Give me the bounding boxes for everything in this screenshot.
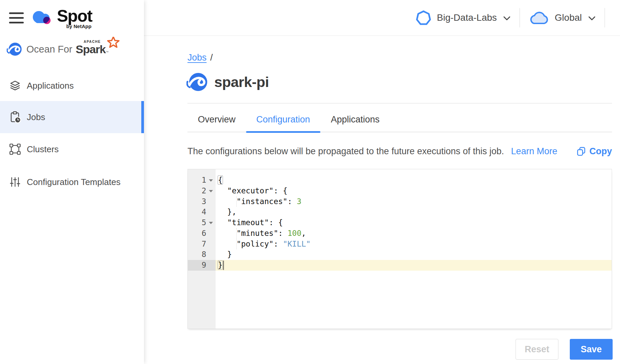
save-button[interactable]: Save <box>570 339 613 360</box>
indent-guide <box>236 196 237 207</box>
fold-arrow-icon[interactable] <box>209 190 213 192</box>
clipboard-clock-icon <box>9 111 21 123</box>
sliders-icon <box>9 177 21 187</box>
tab-overview[interactable]: Overview <box>187 107 246 132</box>
spot-cloud-icon <box>31 8 54 28</box>
spark-star-icon <box>107 37 120 49</box>
reset-button[interactable]: Reset <box>516 339 558 360</box>
breadcrumb-separator: / <box>210 53 213 63</box>
json-editor[interactable]: 123456789 { "executor": { "instances": 3… <box>187 169 612 329</box>
sidebar-item-label: Clusters <box>27 144 59 155</box>
code-line-5[interactable]: "timeout": { <box>216 217 612 228</box>
chevron-down-icon <box>503 16 511 21</box>
gutter-line-3[interactable]: 3 <box>188 196 216 207</box>
page-title: spark-pi <box>214 74 269 90</box>
spark-wordmark: Spark <box>76 43 106 56</box>
text-cursor <box>223 261 224 270</box>
copy-button[interactable]: Copy <box>576 146 612 157</box>
gutter-line-9[interactable]: 9 <box>188 260 216 271</box>
breadcrumb-jobs-link[interactable]: Jobs <box>187 53 207 63</box>
page-title-row: spark-pi <box>186 71 269 93</box>
job-wave-icon <box>186 71 208 93</box>
apache-spark-logo: APACHE Spark™ <box>76 43 118 55</box>
sidebar-item-applications[interactable]: Applications <box>0 72 144 99</box>
brand-byline: by NetApp <box>66 23 92 29</box>
sidebar-item-clusters[interactable]: Clusters <box>0 136 144 163</box>
header-divider <box>520 8 520 27</box>
gutter-line-7[interactable]: 7 <box>188 239 216 250</box>
learn-more-link[interactable]: Learn More <box>511 146 557 157</box>
gutter-line-6[interactable]: 6 <box>188 228 216 239</box>
indent-guide <box>236 228 237 239</box>
chevron-down-icon <box>588 16 596 21</box>
cluster-icon <box>9 144 21 155</box>
section-divider <box>187 103 612 103</box>
config-description: The configurations below will be propaga… <box>187 146 504 157</box>
indent-guide <box>236 239 237 250</box>
sidebar-item-label: Jobs <box>27 112 45 122</box>
sidebar: Spot by NetApp Ocean For APACHE Spark™ <box>0 0 144 364</box>
main-content: Jobs/ spark-pi Overview Configuration Ap… <box>144 36 620 364</box>
ocean-wave-icon <box>7 41 22 57</box>
code-line-2[interactable]: "executor": { <box>216 186 612 196</box>
tab-configuration[interactable]: Configuration <box>246 107 321 132</box>
cloud-icon <box>529 10 550 25</box>
gutter-line-5[interactable]: 5 <box>188 217 216 228</box>
code-line-6[interactable]: "minutes": 100, <box>216 228 612 239</box>
copy-label: Copy <box>590 146 612 157</box>
top-header: Big-Data-Labs Global <box>144 0 620 36</box>
code-line-1[interactable]: { <box>216 175 612 186</box>
copy-icon <box>576 147 586 157</box>
sidebar-item-configuration-templates[interactable]: Configuration Templates <box>0 169 144 195</box>
trademark-symbol: ™ <box>106 51 109 54</box>
heptagon-icon <box>415 9 432 26</box>
tab-applications[interactable]: Applications <box>320 107 390 132</box>
app-window: Spot by NetApp Ocean For APACHE Spark™ <box>0 0 620 364</box>
sidebar-nav: Applications Jobs <box>0 72 144 195</box>
fold-arrow-icon[interactable] <box>209 179 213 182</box>
layers-icon <box>9 80 21 91</box>
sidebar-item-jobs[interactable]: Jobs <box>0 101 144 133</box>
gutter-line-8[interactable]: 8 <box>188 249 216 260</box>
org-label: Big-Data-Labs <box>437 12 497 23</box>
editor-gutter: 123456789 <box>188 169 216 329</box>
editor-code[interactable]: { "executor": { "instances": 3 }, "timeo… <box>216 169 612 329</box>
code-line-4[interactable]: }, <box>216 207 612 217</box>
breadcrumb: Jobs/ <box>187 53 213 63</box>
org-selector[interactable]: Big-Data-Labs <box>415 9 511 26</box>
product-logo[interactable]: Ocean For APACHE Spark™ <box>7 41 118 57</box>
config-description-row: The configurations below will be propaga… <box>187 146 612 157</box>
scope-selector[interactable]: Global <box>529 10 596 25</box>
spot-logo: Spot by NetApp <box>31 8 92 29</box>
product-name: Ocean For <box>26 44 72 55</box>
sidebar-item-label: Configuration Templates <box>27 177 121 187</box>
scope-label: Global <box>555 12 582 23</box>
gutter-line-1[interactable]: 1 <box>188 175 216 186</box>
gutter-line-2[interactable]: 2 <box>188 186 216 196</box>
menu-icon[interactable] <box>9 12 24 23</box>
header-divider <box>605 8 605 27</box>
code-line-9[interactable]: } <box>216 260 612 271</box>
code-line-8[interactable]: } <box>216 249 612 260</box>
fold-arrow-icon[interactable] <box>209 222 213 224</box>
code-line-7[interactable]: "policy": "KILL" <box>216 239 612 250</box>
brand-name: Spot <box>57 8 92 24</box>
gutter-line-4[interactable]: 4 <box>188 207 216 217</box>
code-line-3[interactable]: "instances": 3 <box>216 196 612 207</box>
apache-label: APACHE <box>84 40 101 43</box>
tab-bar: Overview Configuration Applications <box>187 107 612 132</box>
sidebar-item-label: Applications <box>27 81 74 91</box>
